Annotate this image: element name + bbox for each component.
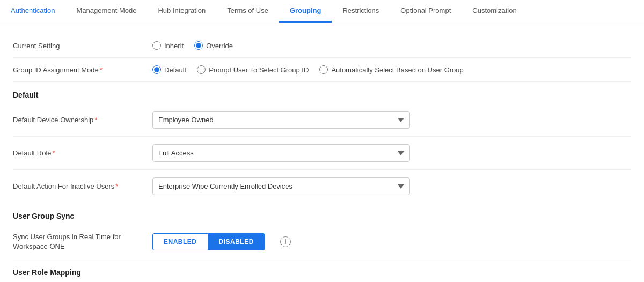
default-role-row: Default Role* Full Access Read Only No A… xyxy=(13,137,631,170)
inherit-radio[interactable] xyxy=(152,41,161,50)
device-ownership-controls: Employee Owned Corporate Owned Shared xyxy=(152,111,631,129)
tab-optional-prompt[interactable]: Optional Prompt xyxy=(390,0,462,23)
required-indicator-3: * xyxy=(115,182,118,190)
required-indicator: * xyxy=(100,66,103,74)
user-role-mapping-header: User Role Mapping xyxy=(13,259,631,281)
tab-customization[interactable]: Customization xyxy=(462,0,527,23)
default-role-controls: Full Access Read Only No Access xyxy=(152,144,631,162)
prompt-user-radio[interactable] xyxy=(197,65,206,74)
current-setting-controls: Inherit Override xyxy=(152,41,631,50)
auto-select-label: Automatically Select Based on User Group xyxy=(331,66,463,74)
prompt-user-label: Prompt User To Select Group ID xyxy=(209,66,309,74)
toggle-group: ENABLED DISABLED xyxy=(152,233,265,250)
device-ownership-row: Default Device Ownership* Employee Owned… xyxy=(13,103,631,137)
default-section-header: Default xyxy=(13,82,631,103)
main-content: Current Setting Inherit Override Group I… xyxy=(0,23,644,282)
inherit-label: Inherit xyxy=(164,42,184,50)
group-id-label: Group ID Assignment Mode* xyxy=(13,66,152,74)
default-role-label: Default Role* xyxy=(13,149,152,157)
auto-select-radio[interactable] xyxy=(319,65,328,74)
default-radio[interactable] xyxy=(152,65,161,74)
disabled-button[interactable]: DISABLED xyxy=(208,233,265,250)
tab-management-mode[interactable]: Management Mode xyxy=(65,0,147,23)
prompt-user-option[interactable]: Prompt User To Select Group ID xyxy=(197,65,309,74)
current-setting-row: Current Setting Inherit Override xyxy=(13,34,631,58)
group-id-assignment-row: Group ID Assignment Mode* Default Prompt… xyxy=(13,58,631,82)
inactive-users-label: Default Action For Inactive Users* xyxy=(13,182,152,190)
sync-controls: ENABLED DISABLED i xyxy=(152,233,631,250)
default-option[interactable]: Default xyxy=(152,65,186,74)
device-ownership-select[interactable]: Employee Owned Corporate Owned Shared xyxy=(152,111,410,129)
inherit-option[interactable]: Inherit xyxy=(152,41,184,50)
required-indicator-2: * xyxy=(53,149,55,157)
sync-label: Sync User Groups in Real Time for Worksp… xyxy=(13,232,152,251)
auto-select-option[interactable]: Automatically Select Based on User Group xyxy=(319,65,463,74)
inactive-users-row: Default Action For Inactive Users* Enter… xyxy=(13,170,631,203)
inactive-users-select[interactable]: Enterprise Wipe Currently Enrolled Devic… xyxy=(152,177,410,195)
tab-bar: Authentication Management Mode Hub Integ… xyxy=(0,0,644,23)
device-ownership-label: Default Device Ownership* xyxy=(13,116,152,124)
tab-authentication[interactable]: Authentication xyxy=(0,0,65,23)
current-setting-label: Current Setting xyxy=(13,42,152,50)
tab-grouping[interactable]: Grouping xyxy=(279,0,332,23)
sync-user-groups-row: Sync User Groups in Real Time for Worksp… xyxy=(13,225,631,259)
override-label: Override xyxy=(206,42,233,50)
required-indicator-1: * xyxy=(94,116,97,124)
tab-terms-of-use[interactable]: Terms of Use xyxy=(216,0,279,23)
info-icon[interactable]: i xyxy=(280,236,291,247)
user-group-sync-header: User Group Sync xyxy=(13,203,631,225)
enabled-button[interactable]: ENABLED xyxy=(152,233,208,250)
override-option[interactable]: Override xyxy=(194,41,233,50)
default-label: Default xyxy=(164,66,186,74)
default-role-select[interactable]: Full Access Read Only No Access xyxy=(152,144,410,162)
inactive-users-controls: Enterprise Wipe Currently Enrolled Devic… xyxy=(152,177,631,195)
tab-restrictions[interactable]: Restrictions xyxy=(332,0,390,23)
tab-hub-integration[interactable]: Hub Integration xyxy=(147,0,216,23)
override-radio[interactable] xyxy=(194,41,203,50)
group-id-controls: Default Prompt User To Select Group ID A… xyxy=(152,65,631,74)
